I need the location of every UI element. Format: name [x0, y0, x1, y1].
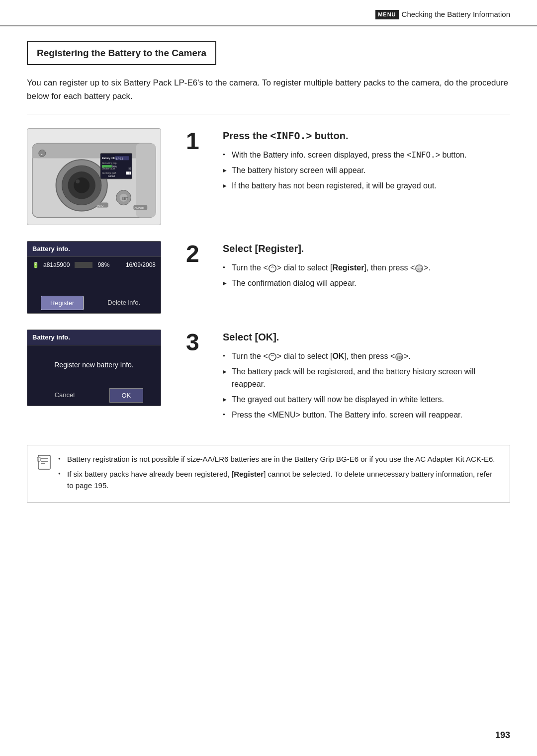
battery-date: 16/09/2008 — [126, 260, 156, 269]
svg-text:LP-E6: LP-E6 — [116, 158, 123, 161]
note-icon: i — [37, 454, 51, 475]
svg-text:███: ███ — [126, 171, 132, 175]
step-1-number-col: 1 — [186, 128, 208, 153]
svg-text:SET: SET — [397, 356, 403, 359]
step-3-screen: Battery info. Register new battery Info.… — [27, 330, 171, 406]
battery-screen-2: Battery info. Register new battery Info.… — [27, 330, 161, 406]
svg-point-8 — [76, 179, 80, 183]
battery-screen-1: Battery info. 🔋 a81a5900 98% 16/09/2008 … — [27, 241, 161, 314]
battery-id: a81a5900 — [43, 260, 70, 269]
step-1-content: Press the <INFO.> button. With the Batte… — [223, 128, 510, 195]
note-list: Battery registration is not possible if … — [58, 453, 500, 491]
page-header: MENU Checking the Battery Information — [0, 0, 537, 26]
step-1-bullet-1: With the Battery info. screen displayed,… — [223, 149, 510, 162]
svg-text:Shutter count: Shutter count — [102, 168, 115, 170]
step-2-row: Battery info. 🔋 a81a5900 98% 16/09/2008 … — [27, 241, 510, 314]
svg-text:Battery info: Battery info — [102, 158, 116, 160]
note-box: i Battery registration is not possible i… — [27, 445, 510, 503]
step-1-title: Press the <INFO.> button. — [223, 128, 510, 143]
cancel-button[interactable]: Cancel — [45, 388, 85, 403]
battery-pct: 98% — [97, 260, 109, 269]
step-3-content: Select [OK]. Turn the <> dial to select … — [223, 330, 510, 424]
svg-text:55: 55 — [128, 168, 131, 170]
battery-screen-1-row: 🔋 a81a5900 98% 16/09/2008 — [27, 257, 161, 273]
note-item-2: If six battery packs have already been r… — [58, 468, 500, 492]
step-3-bullet-2: The battery pack will be registered, and… — [223, 366, 510, 391]
delete-info-button[interactable]: Delete info. — [100, 296, 147, 311]
battery-screen-2-body: Register new battery Info. — [27, 345, 161, 385]
steps-container: Battery info LP-E6 Remaining cap. 90% Sh… — [27, 128, 510, 440]
page-number: 193 — [495, 729, 510, 742]
camera-illustration: Battery info LP-E6 Remaining cap. 90% Sh… — [27, 128, 161, 225]
step-2-bullets: Turn the <> dial to select [Register], t… — [223, 262, 510, 290]
battery-bar — [75, 262, 92, 268]
svg-point-33 — [269, 353, 276, 360]
note-content: Battery registration is not possible if … — [58, 453, 500, 494]
menu-icon: MENU — [375, 10, 398, 19]
note-item-1: Battery registration is not possible if … — [58, 453, 500, 465]
svg-text:INFO: INFO — [97, 205, 103, 207]
svg-text:SET: SET — [122, 197, 129, 200]
step-2-number: 2 — [186, 242, 199, 266]
svg-text:ON/OFF: ON/OFF — [134, 207, 144, 210]
step-3-number-col: 3 — [186, 330, 208, 354]
svg-point-30 — [269, 265, 276, 272]
svg-text:Recharge perf.: Recharge perf. — [102, 172, 116, 174]
svg-text:Canon: Canon — [108, 175, 115, 177]
battery-screen-1-footer: Register Delete info. — [27, 293, 161, 314]
battery-screen-1-header: Battery info. — [27, 242, 161, 257]
step-1-number: 1 — [186, 129, 199, 153]
step-2-title: Select [Register]. — [223, 241, 510, 256]
step-3-number: 3 — [186, 331, 199, 354]
step-3-bullet-3: The grayed out battery will now be displ… — [223, 394, 510, 406]
svg-text:▲: ▲ — [41, 154, 43, 156]
step-3-bullets: Turn the <> dial to select [OK], then pr… — [223, 350, 510, 421]
step-1-bullet-3: If the battery has not been registered, … — [223, 180, 510, 192]
header-title: Checking the Battery Information — [402, 9, 510, 20]
step-2-bullet-2: The confirmation dialog will appear. — [223, 277, 510, 290]
battery-screen-2-header: Battery info. — [27, 330, 161, 345]
step-1-image: Battery info LP-E6 Remaining cap. 90% Sh… — [27, 128, 171, 225]
step-1-row: Battery info LP-E6 Remaining cap. 90% Sh… — [27, 128, 510, 225]
main-content: Registering the Battery to the Camera Yo… — [0, 26, 537, 518]
svg-point-7 — [74, 177, 90, 193]
step-3-title: Select [OK]. — [223, 330, 510, 344]
step-2-content: Select [Register]. Turn the <> dial to s… — [223, 241, 510, 293]
step-1-bullet-2: The battery history screen will appear. — [223, 165, 510, 177]
svg-text:Remaining cap.: Remaining cap. — [102, 163, 117, 165]
step-3-bullet-1: Turn the <> dial to select [OK], then pr… — [223, 350, 510, 363]
svg-text:i: i — [38, 458, 39, 461]
step-2-number-col: 2 — [186, 241, 208, 266]
register-button[interactable]: Register — [41, 296, 84, 311]
svg-text:SET: SET — [417, 267, 423, 271]
step-2-screen: Battery info. 🔋 a81a5900 98% 16/09/2008 … — [27, 241, 171, 314]
battery-mini-icon: 🔋 — [32, 261, 39, 269]
battery-screen-2-footer: Cancel OK — [27, 385, 161, 406]
step-1-bullets: With the Battery info. screen displayed,… — [223, 149, 510, 192]
step-3-bullet-4: Press the <MENU> button. The Battery inf… — [223, 409, 510, 421]
step-3-row: Battery info. Register new battery Info.… — [27, 330, 510, 424]
step-2-bullet-1: Turn the <> dial to select [Register], t… — [223, 262, 510, 274]
section-title-box: Registering the Battery to the Camera — [27, 41, 216, 66]
page: MENU Checking the Battery Information Re… — [0, 0, 537, 756]
ok-button[interactable]: OK — [109, 388, 144, 403]
intro-paragraph: You can register up to six Battery Pack … — [27, 76, 510, 114]
section-title: Registering the Battery to the Camera — [37, 48, 206, 58]
